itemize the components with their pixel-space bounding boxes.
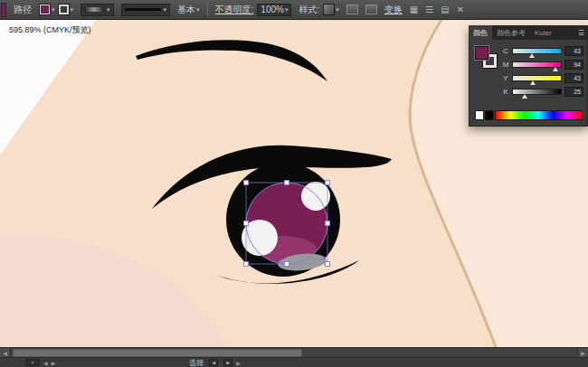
next-artboard-icon[interactable]: ▶ [52, 360, 56, 366]
chevron-down-icon: ▾ [107, 6, 110, 14]
color-panel-tabs: 颜色 颜色参考 Kuler ☰ [469, 25, 588, 40]
anchor-point[interactable] [280, 260, 283, 264]
slider-thumb[interactable] [530, 80, 536, 85]
chevron-down-icon: ▾ [285, 6, 289, 14]
color-panel-body: C 43 M 94 Y [469, 40, 588, 127]
selection-handle[interactable] [285, 262, 289, 267]
recolor-artwork-icon[interactable] [346, 5, 358, 14]
slider-row-cyan: C 43 [502, 44, 583, 58]
slider-thumb[interactable] [553, 67, 558, 71]
cyan-slider[interactable] [512, 48, 562, 54]
document-setup-icon[interactable] [365, 5, 377, 14]
toolbar-separator [207, 4, 208, 16]
tab-kuler[interactable]: Kuler [530, 25, 556, 40]
horizontal-scrollbar[interactable]: ◀ ▶ [0, 347, 588, 357]
black-value-field[interactable]: 25 [564, 87, 583, 97]
opacity-link[interactable]: 不透明度: [215, 4, 254, 16]
white-swatch[interactable] [475, 110, 484, 120]
opacity-value-dropdown[interactable]: 100% ▾ [257, 4, 291, 16]
distribute-icon[interactable]: ▤ [441, 5, 449, 14]
scrollbar-thumb[interactable] [13, 349, 302, 357]
opacity-value: 100% [261, 5, 284, 14]
brush-definition-label[interactable]: 基本 [177, 4, 195, 16]
chevron-down-icon[interactable]: ▾ [336, 6, 339, 14]
black-slider[interactable] [512, 89, 562, 95]
channel-label: M [502, 61, 509, 69]
selection-handle[interactable] [326, 221, 330, 226]
yellow-value-field[interactable]: 43 [564, 73, 583, 83]
chevron-down-icon: ▾ [164, 6, 167, 14]
width-profile-dropdown[interactable]: ▾ [81, 4, 114, 16]
slider-thumb[interactable] [529, 53, 535, 58]
tab-color-guide[interactable]: 颜色参考 [492, 25, 530, 40]
channel-label: C [502, 47, 509, 55]
cyan-value-field[interactable]: 43 [564, 46, 583, 56]
width-profile-icon [84, 7, 104, 12]
status-next-icon[interactable]: ▶ [223, 359, 232, 366]
align-list-icon[interactable]: ☰ [425, 5, 433, 14]
color-panel: 颜色 颜色参考 Kuler ☰ C 43 M [469, 25, 588, 127]
illustrator-window: 路径 ▾ ▾ ▾ ▾ 基本 ▾ 不透明度: 100% ▾ 样式: ▾ 变换 ▦ … [0, 0, 588, 367]
magenta-value-field[interactable]: 94 [564, 60, 583, 70]
yellow-slider[interactable] [512, 75, 562, 81]
panel-menu-icon[interactable]: ☰ [574, 25, 588, 40]
highlight-upper-right-shape[interactable] [301, 182, 330, 211]
selection-handle[interactable] [326, 262, 330, 267]
status-prev-icon[interactable]: ◀ [209, 359, 218, 366]
chevron-down-icon[interactable]: ▾ [52, 6, 55, 14]
anchor-point[interactable] [322, 257, 326, 260]
fill-stroke-indicator [475, 46, 500, 71]
panel-fill-swatch[interactable] [475, 46, 488, 60]
close-icon[interactable]: ✕ [457, 5, 464, 14]
transform-link[interactable]: 变换 [384, 4, 403, 16]
status-bar: ▾ ◀ ▶ 选择 ◀ ▶ ▶ [0, 357, 588, 367]
channel-label: K [502, 88, 509, 96]
tab-color[interactable]: 颜色 [469, 25, 492, 40]
selection-handle[interactable] [244, 221, 249, 226]
prev-artboard-icon[interactable]: ◀ [43, 360, 48, 366]
chevron-down-icon[interactable]: ▾ [196, 6, 200, 14]
fill-indicator-sliver [1, 3, 6, 17]
selection-handle[interactable] [285, 181, 289, 185]
spectrum-row [475, 110, 583, 120]
stroke-color-swatch[interactable] [58, 4, 70, 15]
status-text: 选择 [189, 358, 204, 367]
graphic-style-swatch[interactable] [323, 4, 335, 15]
black-swatch[interactable] [485, 110, 494, 120]
brush-stroke-dropdown[interactable]: ▾ [121, 4, 171, 16]
slider-thumb[interactable] [522, 94, 527, 99]
slider-row-yellow: Y 43 [502, 71, 583, 85]
chevron-down-icon[interactable]: ▾ [71, 6, 74, 14]
fill-color-swatch[interactable] [39, 4, 51, 15]
align-grid-icon[interactable]: ▦ [410, 5, 418, 14]
artboard-nav-dropdown[interactable]: ▾ [25, 359, 40, 366]
selection-handle[interactable] [244, 181, 249, 185]
color-spectrum-bar[interactable] [495, 110, 583, 120]
cmyk-sliders: C 43 M 94 Y [502, 44, 583, 99]
slider-row-black: K 25 [502, 85, 583, 99]
control-bar: 路径 ▾ ▾ ▾ ▾ 基本 ▾ 不透明度: 100% ▾ 样式: ▾ 变换 ▦ … [0, 0, 588, 20]
magenta-slider[interactable] [512, 61, 562, 68]
brush-stroke-icon [125, 8, 161, 11]
style-label: 样式: [299, 4, 319, 16]
object-type-label: 路径 [14, 4, 32, 16]
document-zoom-title: 595.89% (CMYK/预览) [9, 24, 91, 36]
selection-handle[interactable] [326, 181, 330, 185]
status-expand-icon[interactable]: ▶ [236, 360, 241, 366]
channel-label: Y [502, 74, 509, 82]
slider-row-magenta: M 94 [502, 58, 583, 71]
selection-handle[interactable] [244, 262, 249, 267]
